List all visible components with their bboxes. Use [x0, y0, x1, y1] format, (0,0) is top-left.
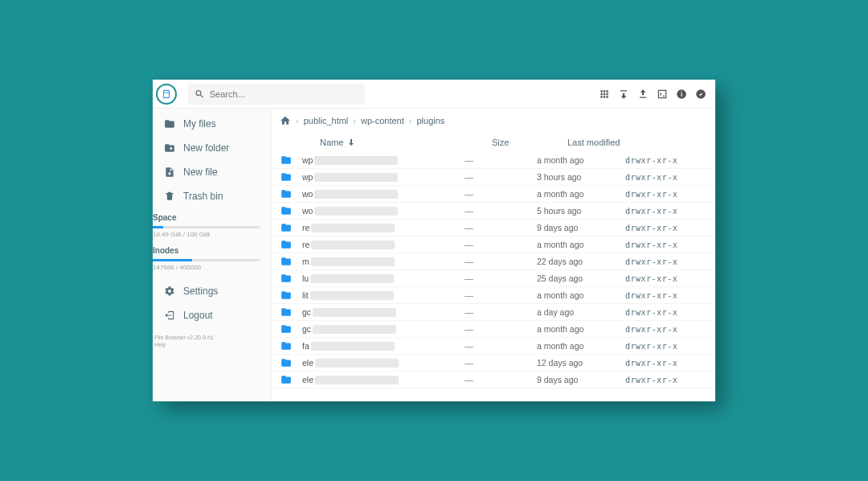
- search-box[interactable]: [188, 84, 365, 105]
- inodes-label: Inodes: [153, 241, 271, 257]
- table-row[interactable]: wo—5 hours agodrwxr-xr-x: [272, 203, 715, 220]
- breadcrumb-segment[interactable]: wp-content: [361, 116, 404, 125]
- sidebar-item-settings[interactable]: Settings: [153, 279, 271, 303]
- column-size[interactable]: Size: [492, 138, 564, 147]
- redacted-name: [314, 207, 398, 216]
- sidebar-item-logout[interactable]: Logout: [153, 303, 271, 327]
- shell-button[interactable]: [656, 88, 669, 101]
- gear-icon: [164, 286, 175, 297]
- sidebar-item-new-folder[interactable]: New folder: [153, 136, 271, 160]
- search-icon: [194, 88, 205, 100]
- view-grid-button[interactable]: [598, 88, 611, 101]
- table-row[interactable]: ele—12 days agodrwxr-xr-x: [272, 355, 715, 372]
- file-name-cell: lu: [280, 273, 465, 284]
- file-size-cell: —: [465, 206, 537, 216]
- file-modified-cell: 5 hours ago: [537, 206, 625, 216]
- table-row[interactable]: wp—3 hours agodrwxr-xr-x: [272, 169, 715, 186]
- file-modified-cell: 25 days ago: [537, 273, 625, 283]
- table-row[interactable]: gc—a day agodrwxr-xr-x: [272, 304, 715, 321]
- folder-icon: [280, 154, 293, 166]
- sidebar-item-new-file[interactable]: New file: [153, 160, 271, 184]
- column-modified[interactable]: Last modified: [567, 138, 656, 147]
- file-size-cell: —: [465, 273, 537, 283]
- home-icon[interactable]: [280, 115, 291, 126]
- column-name[interactable]: Name: [320, 138, 489, 147]
- file-name-prefix: gc: [302, 324, 311, 334]
- space-label: Space: [153, 208, 271, 224]
- table-row[interactable]: re—9 days agodrwxr-xr-x: [272, 220, 715, 236]
- file-name-cell: ele: [280, 357, 465, 368]
- file-size-cell: —: [465, 324, 537, 334]
- table-row[interactable]: wo—a month agodrwxr-xr-x: [272, 186, 715, 203]
- file-modified-cell: a month ago: [537, 155, 625, 165]
- upload-button[interactable]: [637, 88, 649, 101]
- file-name-cell: wp: [280, 154, 465, 166]
- file-size-cell: —: [465, 155, 537, 165]
- file-list[interactable]: wp—a month agodrwxr-xr-xwp—3 hours agodr…: [272, 152, 715, 401]
- search-input[interactable]: [210, 89, 358, 99]
- table-row[interactable]: fa—a month agodrwxr-xr-x: [272, 338, 715, 355]
- redacted-name: [311, 257, 395, 266]
- chevron-right-icon: ›: [353, 116, 356, 125]
- file-permissions-cell: drwxr-xr-x: [625, 224, 704, 232]
- table-row[interactable]: re—a month agodrwxr-xr-x: [272, 236, 715, 253]
- space-text: 10.49 GiB / 100 GiB: [153, 231, 260, 241]
- file-modified-cell: a month ago: [537, 290, 625, 300]
- table-row[interactable]: m—22 days agodrwxr-xr-x: [272, 253, 715, 270]
- redacted-name: [315, 359, 399, 368]
- redacted-name: [310, 274, 394, 283]
- app-body: My files New folder New file Trash bin S…: [153, 109, 715, 401]
- table-row[interactable]: gc—a month agodrwxr-xr-x: [272, 321, 715, 338]
- breadcrumb-segment[interactable]: public_html: [304, 116, 349, 125]
- breadcrumb[interactable]: › public_html › wp-content › plugins: [272, 109, 715, 133]
- file-name-prefix: wo: [302, 189, 313, 199]
- file-name-cell: wo: [280, 188, 465, 199]
- file-name-prefix: re: [302, 240, 309, 249]
- app-logo[interactable]: [156, 84, 177, 105]
- file-name-cell: m: [280, 256, 465, 267]
- select-button[interactable]: [694, 88, 707, 101]
- sidebar-item-trash[interactable]: Trash bin: [153, 184, 271, 208]
- file-modified-cell: 9 days ago: [537, 375, 625, 384]
- file-permissions-cell: drwxr-xr-x: [625, 376, 704, 384]
- redacted-name: [314, 190, 398, 199]
- file-name-prefix: wp: [302, 155, 313, 165]
- create-folder-icon: [164, 142, 175, 154]
- file-permissions-cell: drwxr-xr-x: [625, 342, 704, 351]
- table-row[interactable]: wp—a month agodrwxr-xr-x: [272, 152, 715, 169]
- file-size-cell: —: [465, 257, 537, 266]
- file-size-cell: —: [465, 189, 537, 199]
- file-name-prefix: ele: [302, 375, 313, 384]
- table-row[interactable]: lu—25 days agodrwxr-xr-x: [272, 270, 715, 287]
- file-permissions-cell: drwxr-xr-x: [625, 274, 704, 283]
- folder-icon: [280, 357, 293, 368]
- breadcrumb-segment[interactable]: plugins: [416, 116, 444, 125]
- file-name-cell: wp: [280, 171, 465, 183]
- info-button[interactable]: [675, 88, 688, 101]
- inodes-progress: 147986 / 400000: [153, 257, 271, 274]
- trash-icon: [164, 191, 175, 202]
- file-name-prefix: wo: [302, 206, 313, 216]
- sidebar-item-my-files[interactable]: My files: [153, 112, 271, 136]
- folder-icon: [164, 118, 175, 130]
- sidebar-item-label: Trash bin: [183, 191, 223, 202]
- sidebar-item-label: Logout: [183, 310, 213, 321]
- file-permissions-cell: drwxr-xr-x: [625, 325, 704, 334]
- sidebar-item-label: My files: [183, 118, 216, 130]
- table-row[interactable]: ele—9 days agodrwxr-xr-x: [272, 372, 715, 388]
- folder-icon: [280, 205, 293, 216]
- redacted-name: [311, 224, 395, 232]
- inodes-text: 147986 / 400000: [153, 264, 260, 274]
- download-button[interactable]: [617, 88, 630, 101]
- file-size-cell: —: [465, 240, 537, 249]
- file-modified-cell: a month ago: [537, 240, 625, 249]
- file-name-cell: gc: [280, 323, 465, 335]
- file-name-cell: re: [280, 222, 465, 233]
- file-name-cell: lit: [280, 290, 465, 301]
- sort-down-icon: [346, 138, 356, 147]
- file-size-cell: —: [465, 172, 537, 182]
- redacted-name: [314, 156, 398, 165]
- table-row[interactable]: lit—a month agodrwxr-xr-x: [272, 287, 715, 304]
- redacted-name: [313, 325, 396, 334]
- folder-icon: [280, 273, 293, 284]
